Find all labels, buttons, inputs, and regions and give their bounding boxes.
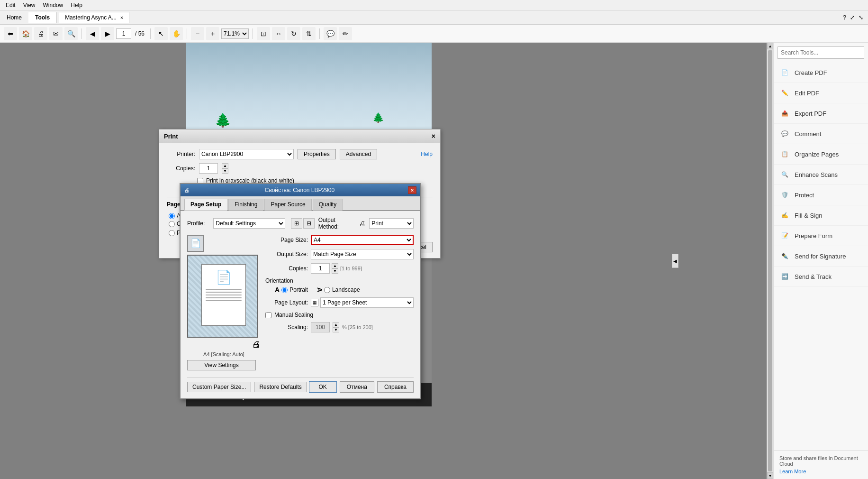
viewer-area: 🌲 🌲 Valeri Karpov ▲ ▼ Print × Printer: C… [0,43,773,479]
draw-btn[interactable]: ✏ [339,27,352,40]
printer-row: Printer: Canon LBP2900 Properties Advanc… [167,149,433,159]
page-layout-select[interactable]: 1 Page per Sheet [320,297,414,308]
fill-sign-label: Fill & Sign [795,212,823,219]
page-setup-content: 📄 📄 [187,235,414,370]
menu-edit[interactable]: Edit [2,1,19,9]
select-tool-btn[interactable]: ↖ [154,27,168,40]
next-page-btn[interactable]: ▶ [101,27,114,40]
printer-select[interactable]: Canon LBP2900 [199,149,294,159]
tool-protect[interactable]: 🛡️ Protect [774,185,868,205]
props-ok-btn[interactable]: OK [309,381,337,393]
tool-create-pdf[interactable]: 📄 Create PDF [774,63,868,83]
profile-icon-btn-1[interactable]: ⊞ [291,218,302,229]
back-btn[interactable]: ⬅ [4,27,17,40]
output-method-select[interactable]: Print [369,218,414,229]
scroll-down-btn[interactable]: ▼ [767,472,773,479]
tab-paper-source[interactable]: Paper Source [264,199,311,211]
output-size-select[interactable]: Match Page Size [311,249,414,259]
share-icon[interactable]: ⤢ [850,14,855,21]
props-cancel-btn[interactable]: Отмена [340,381,374,393]
page-layout-label: Page Layout: [265,299,308,306]
props-help-btn[interactable]: Справка [377,381,414,393]
portrait-option[interactable]: A Portrait [275,286,308,294]
main-area: 🌲 🌲 Valeri Karpov ▲ ▼ Print × Printer: C… [0,43,868,479]
manual-scaling-checkbox[interactable] [265,312,271,318]
tool-edit-pdf[interactable]: ✏️ Edit PDF [774,83,868,103]
props-copies-up[interactable]: ▲ [332,263,338,268]
advanced-btn[interactable]: Advanced [340,149,377,159]
copies-up-btn[interactable]: ▲ [222,163,228,168]
tool-fill-sign[interactable]: ✍️ Fill & Sign [774,205,868,226]
tab-document[interactable]: Mastering Async A... × [59,12,129,23]
edit-pdf-icon: ✏️ [779,88,790,98]
fit-width-btn[interactable]: ↔ [272,27,285,40]
expand-icon[interactable]: ⤡ [859,14,863,21]
zoom-out-btn[interactable]: − [191,27,204,40]
scroll-up-btn[interactable]: ▲ [767,43,773,49]
menu-view[interactable]: View [19,1,39,9]
scroll-btn[interactable]: ⇅ [302,27,316,40]
tool-export-pdf[interactable]: 📤 Export PDF [774,103,868,124]
organize-pages-label: Organize Pages [795,151,839,158]
props-copies-down[interactable]: ▼ [332,268,338,274]
comment-label: Comment [795,130,821,138]
search-btn[interactable]: 🔍 [64,27,78,40]
comment-btn[interactable]: 💬 [324,27,337,40]
tab-close-icon[interactable]: × [120,15,123,20]
scroll-thumb[interactable] [768,50,772,471]
tab-home[interactable]: Home [0,12,28,23]
copies-input[interactable] [199,163,218,174]
hand-tool-btn[interactable]: ✋ [170,27,183,40]
tool-send-for-signature[interactable]: ✒️ Send for Signature [774,246,868,267]
prev-line-3 [206,295,242,295]
copies-down-btn[interactable]: ▼ [222,168,228,174]
prev-page-btn[interactable]: ◀ [86,27,99,40]
panel-expand-btn[interactable]: ◀ [672,254,678,268]
page-number-input[interactable] [116,28,131,39]
learn-more-link[interactable]: Learn More [779,469,862,474]
scaling-down[interactable]: ▼ [333,327,339,332]
print-btn[interactable]: 🖨 [34,27,47,40]
tool-comment[interactable]: 💬 Comment [774,124,868,144]
fit-page-btn[interactable]: ⊡ [257,27,270,40]
zoom-in-btn[interactable]: + [206,27,219,40]
tool-prepare-form[interactable]: 📝 Prepare Form [774,226,868,246]
restore-defaults-btn[interactable]: Restore Defaults [254,382,307,392]
landscape-radio[interactable] [324,287,330,293]
scrollbar[interactable]: ▲ ▼ [767,43,773,479]
layout-select-container: ▦ 1 Page per Sheet [311,297,414,308]
tool-organize-pages[interactable]: 📋 Organize Pages [774,144,868,165]
help-icon[interactable]: ? [843,14,846,21]
props-close-btn[interactable]: × [408,186,416,194]
protect-label: Protect [795,192,814,199]
landscape-icon: A [316,287,324,292]
custom-paper-btn[interactable]: Custom Paper Size... [187,382,251,392]
tab-page-setup[interactable]: Page Setup [184,199,227,211]
view-settings-btn[interactable]: View Settings [187,360,256,370]
printer-label: Printer: [167,151,195,157]
menu-window[interactable]: Window [39,1,67,9]
properties-btn[interactable]: Properties [298,149,336,159]
home-btn[interactable]: 🏠 [19,27,32,40]
tab-quality[interactable]: Quality [313,199,343,211]
props-copies-input[interactable] [311,263,330,274]
search-tools-input[interactable] [778,46,864,59]
email-btn[interactable]: ✉ [49,27,63,40]
portrait-radio[interactable] [281,287,288,293]
profile-select[interactable]: Default Settings [213,218,285,229]
tool-enhance-scans[interactable]: 🔍 Enhance Scans [774,165,868,185]
tab-finishing[interactable]: Finishing [228,199,263,211]
tab-tools[interactable]: Tools [28,12,57,23]
scaling-up[interactable]: ▲ [333,322,339,327]
tool-send-track[interactable]: ➡️ Send & Track [774,267,868,287]
profile-icon-btn-2[interactable]: ⊟ [303,218,315,229]
print-dialog-close-btn[interactable]: × [432,132,435,140]
menu-help[interactable]: Help [67,1,86,9]
send-track-icon: ➡️ [779,271,790,282]
help-link[interactable]: Help [421,151,433,157]
page-size-select[interactable]: A4 [311,235,414,245]
scaling-input[interactable] [311,322,330,332]
landscape-option[interactable]: A Landscape [317,286,360,294]
rotate-btn[interactable]: ↻ [287,27,300,40]
zoom-select[interactable]: 71.1% [221,28,249,39]
